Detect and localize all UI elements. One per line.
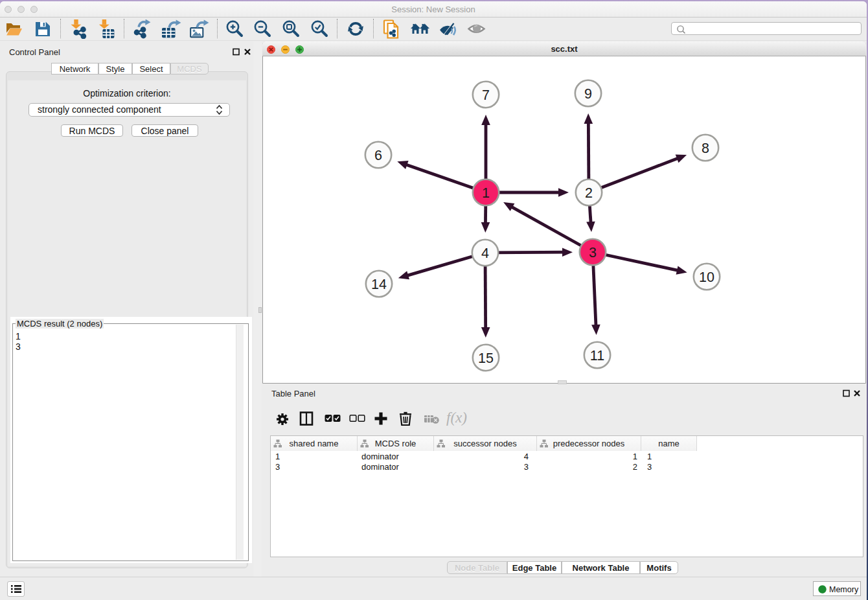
svg-text:7: 7 bbox=[482, 87, 490, 103]
svg-text:14: 14 bbox=[371, 277, 387, 292]
svg-text:8: 8 bbox=[702, 141, 709, 156]
svg-text:6: 6 bbox=[374, 148, 382, 163]
svg-text:1: 1 bbox=[482, 185, 490, 201]
svg-text:9: 9 bbox=[584, 86, 592, 102]
svg-text:11: 11 bbox=[590, 348, 604, 363]
svg-text:15: 15 bbox=[478, 351, 494, 366]
svg-text:4: 4 bbox=[481, 246, 489, 261]
svg-text:10: 10 bbox=[699, 270, 714, 285]
svg-text:2: 2 bbox=[585, 185, 593, 201]
svg-text:3: 3 bbox=[589, 245, 597, 260]
